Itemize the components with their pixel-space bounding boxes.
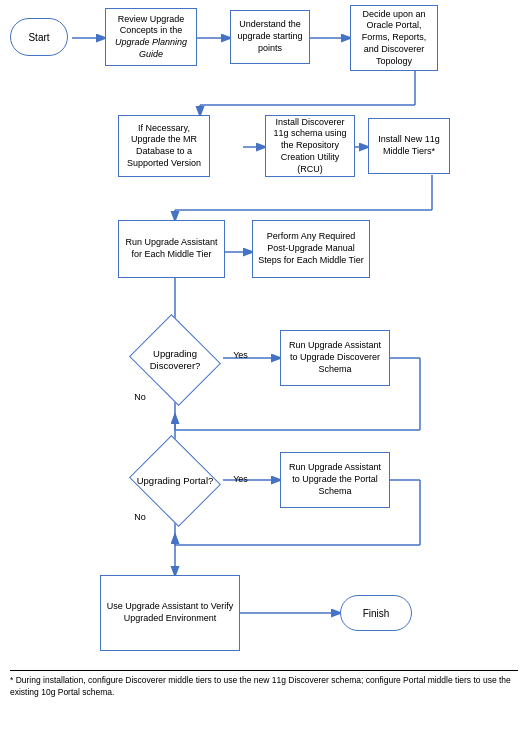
yes2-label: Yes [228,472,253,488]
n5-node: Install Discoverer 11g schema using the … [265,115,355,177]
start-node: Start [10,18,68,56]
diamond1-container: Upgrading Discoverer? [130,325,220,395]
n3-node: Decide upon an Oracle Portal, Forms, Rep… [350,5,438,71]
n8-node: Perform Any Required Post-Upgrade Manual… [252,220,370,278]
arrows-svg [0,0,528,710]
n9-node: Run Upgrade Assistant to Upgrade Discove… [280,330,390,386]
n1-label: Review Upgrade Concepts in the Upgrade P… [111,14,191,61]
diamond2-container: Upgrading Portal? [130,447,220,515]
yes1-label: Yes [228,348,253,364]
n7-node: Run Upgrade Assistant for Each Middle Ti… [118,220,225,278]
n10-node: Run Upgrade Assistant to Upgrade the Por… [280,452,390,508]
n1-node: Review Upgrade Concepts in the Upgrade P… [105,8,197,66]
finish-node: Finish [340,595,412,631]
diagram-container: Start Review Upgrade Concepts in the Upg… [0,0,528,70]
n11-node: Use Upgrade Assistant to Verify Upgraded… [100,575,240,651]
diamond1-label: Upgrading Discoverer? [130,348,220,373]
no2-label: No [130,510,150,526]
n6-node: Install New 11g Middle Tiers* [368,118,450,174]
footnote: * During installation, configure Discove… [10,670,518,675]
n4-node: If Necessary, Upgrade the MR Database to… [118,115,210,177]
no1-label: No [130,390,150,406]
n2-node: Understand the upgrade starting points [230,10,310,64]
diamond2-label: Upgrading Portal? [137,475,214,487]
